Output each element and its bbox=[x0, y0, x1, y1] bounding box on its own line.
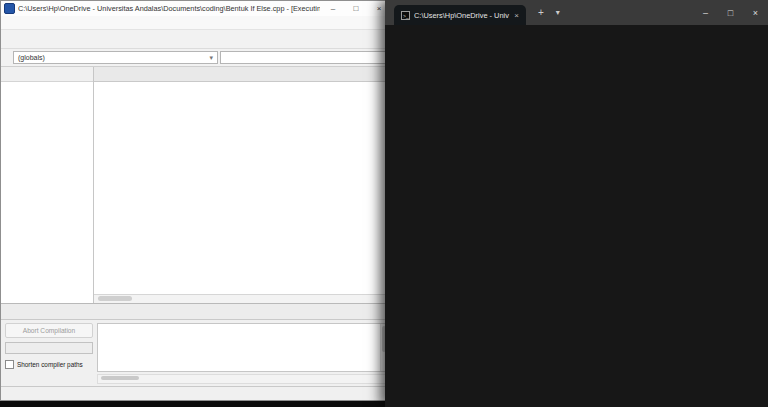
terminal-tab-title: C:\Users\Hp\OneDrive - Univ bbox=[414, 11, 510, 20]
log-horizontal-scrollbar[interactable] bbox=[97, 374, 388, 384]
log-hscrollbar-thumb[interactable] bbox=[101, 376, 139, 380]
compile-progress-bar bbox=[5, 342, 93, 354]
editor-horizontal-scrollbar[interactable] bbox=[94, 294, 392, 303]
bottom-tab-bar bbox=[1, 304, 392, 320]
code-editor[interactable] bbox=[94, 82, 392, 294]
devcpp-window: C:\Users\Hp\OneDrive - Universitas Andal… bbox=[0, 0, 393, 401]
terminal-icon: >_ bbox=[401, 11, 410, 20]
members-selector[interactable] bbox=[220, 51, 390, 64]
globals-selector[interactable]: (globals) ▾ bbox=[13, 51, 218, 64]
menu-bar bbox=[1, 16, 392, 30]
shorten-paths-option[interactable]: Shorten compiler paths bbox=[5, 360, 93, 369]
main-toolbar bbox=[1, 30, 392, 49]
terminal-window-controls: – □ × bbox=[693, 0, 768, 25]
tab-dropdown-icon[interactable]: ▾ bbox=[556, 8, 560, 17]
devcpp-window-title: C:\Users\Hp\OneDrive - Universitas Andal… bbox=[18, 4, 320, 13]
chevron-down-icon: ▾ bbox=[209, 54, 213, 62]
terminal-close-icon[interactable]: × bbox=[743, 0, 768, 25]
minimize-icon[interactable]: – bbox=[323, 1, 343, 16]
compile-controls: Abort Compilation Shorten compiler paths bbox=[5, 323, 93, 372]
compile-log bbox=[97, 323, 388, 372]
bottom-panel: Abort Compilation Shorten compiler paths bbox=[1, 303, 392, 386]
secondary-toolbar: (globals) ▾ bbox=[1, 49, 392, 67]
terminal-maximize-icon[interactable]: □ bbox=[718, 0, 743, 25]
abort-compilation-button[interactable]: Abort Compilation bbox=[5, 323, 93, 338]
editor bbox=[94, 67, 392, 303]
project-panel bbox=[1, 67, 94, 303]
globals-selector-value: (globals) bbox=[18, 54, 45, 61]
devcpp-app-icon bbox=[4, 3, 15, 14]
new-tab-icon[interactable]: + bbox=[538, 7, 544, 18]
project-panel-body[interactable] bbox=[1, 82, 93, 303]
terminal-window: >_ C:\Users\Hp\OneDrive - Univ × + ▾ – □… bbox=[385, 0, 768, 407]
compile-log-content: Abort Compilation Shorten compiler paths bbox=[1, 320, 392, 373]
maximize-icon[interactable]: □ bbox=[346, 1, 366, 16]
shorten-paths-label: Shorten compiler paths bbox=[17, 361, 83, 368]
terminal-tab[interactable]: >_ C:\Users\Hp\OneDrive - Univ × bbox=[394, 5, 526, 25]
project-panel-tabs bbox=[1, 67, 93, 82]
terminal-minimize-icon[interactable]: – bbox=[693, 0, 718, 25]
editor-tab-bar bbox=[94, 67, 392, 82]
devcpp-titlebar[interactable]: C:\Users\Hp\OneDrive - Universitas Andal… bbox=[1, 1, 392, 16]
tab-close-icon[interactable]: × bbox=[514, 11, 519, 20]
editor-scrollbar-thumb[interactable] bbox=[98, 296, 132, 301]
shorten-paths-checkbox[interactable] bbox=[5, 360, 14, 369]
terminal-output[interactable] bbox=[385, 25, 768, 407]
terminal-titlebar[interactable]: >_ C:\Users\Hp\OneDrive - Univ × + ▾ – □… bbox=[385, 0, 768, 25]
status-bar bbox=[1, 386, 392, 400]
main-area bbox=[1, 67, 392, 303]
